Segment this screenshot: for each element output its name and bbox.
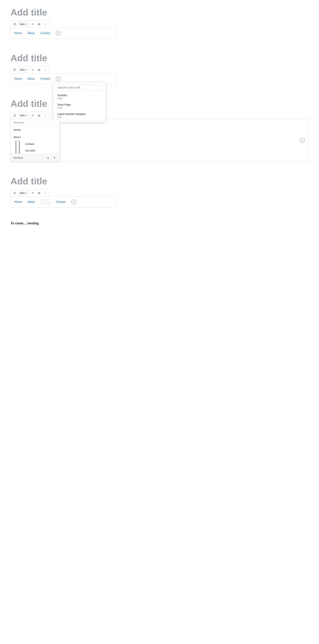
section2-nav-preview: Home About Contact + Portfolio Page Team…: [10, 73, 116, 84]
hamburger-icon-3[interactable]: ☰: [12, 112, 17, 118]
nav-link-about-2[interactable]: About: [27, 77, 35, 80]
nav-panel-sub-group: Contact Our pets: [16, 141, 60, 154]
url-search-input[interactable]: [55, 84, 103, 90]
menu-label-2: Main: [20, 68, 25, 71]
section3-toolbar: ☰ Main ▼ ≡ ⊞ ⋮: [10, 112, 49, 119]
nav-link-about[interactable]: About: [27, 32, 35, 35]
nav-add-button-4[interactable]: +: [71, 200, 76, 204]
nav-panel-item-contact[interactable]: Contact: [19, 141, 60, 147]
section4-toolbar: ☰ Main ▼ ≡ ⊞ ⋮: [10, 189, 49, 196]
nav-panel: Navigation Home About Contact Our pets S…: [10, 119, 60, 162]
move-up-button[interactable]: ▲: [46, 155, 50, 160]
dropdown-item-hamster[interactable]: Latest hamster bargains Post: [55, 111, 103, 120]
hamster-type: Post: [57, 116, 101, 118]
hamster-title: Latest hamster bargains: [57, 112, 101, 116]
grid-icon-2[interactable]: ⊞: [36, 67, 42, 72]
dropdown-item-team-page[interactable]: Team Page Page: [55, 101, 103, 111]
section3-nav-preview: +: [60, 119, 309, 162]
section-1: Add title ☰ Main ▼ ≡ ⊞ ⋮ Home About Cont…: [10, 7, 309, 38]
hamburger-icon[interactable]: ☰: [12, 21, 17, 27]
nav-link-contact-2[interactable]: Contact: [40, 77, 50, 80]
menu-select[interactable]: Main ▼: [18, 22, 29, 26]
portfolio-type: Page: [57, 97, 101, 100]
nav-panel-header: Navigation: [11, 119, 60, 126]
nav-link-home-2[interactable]: Home: [14, 77, 22, 80]
section-2: Add title ☰ Main ▼ ≡ ⊞ ⋮ Home About Cont…: [10, 53, 309, 84]
menu-select-2[interactable]: Main ▼: [18, 68, 29, 72]
nav-add-button-2[interactable]: +: [56, 76, 61, 81]
move-down-button[interactable]: ▼: [52, 155, 57, 160]
more-icon-4[interactable]: ⋮: [42, 190, 48, 196]
nav-prev-button[interactable]: ‹: [40, 200, 45, 204]
more-icon-3[interactable]: ⋮: [42, 112, 48, 118]
hamburger-icon-2[interactable]: ☰: [12, 67, 17, 72]
section4-nav-preview: Home About ‹ › Contact +: [10, 196, 116, 208]
nav-panel-item-home[interactable]: Home: [11, 126, 60, 134]
section2-toolbar: ☰ Main ▼ ≡ ⊞ ⋮: [10, 66, 49, 73]
nav-link-home[interactable]: Home: [14, 32, 22, 35]
dropdown-arrow-icon-4: ▼: [26, 192, 27, 194]
section4-title: Add title: [10, 176, 309, 186]
nav-add-button-3[interactable]: +: [300, 138, 305, 143]
to-come-text: To come… nesting: [10, 222, 309, 225]
section-4: Add title ☰ Main ▼ ≡ ⊞ ⋮ Home About ‹ › …: [10, 176, 309, 208]
nav-link-about-4[interactable]: About: [27, 200, 35, 204]
services-label: Services: [13, 156, 23, 159]
list-icon-3[interactable]: ≡: [30, 112, 35, 118]
dropdown-arrow-icon-3: ▼: [26, 114, 27, 116]
nav-link-contact-4[interactable]: Contact: [56, 200, 66, 204]
menu-label-4: Main: [20, 192, 25, 194]
more-icon-2[interactable]: ⋮: [42, 67, 48, 72]
grid-icon-4[interactable]: ⊞: [36, 190, 42, 196]
nav-panel-footer: Services ▲ ▼: [11, 154, 60, 162]
list-icon-4[interactable]: ≡: [30, 190, 35, 196]
nav-panel-item-ourpets[interactable]: Our pets: [19, 147, 60, 154]
dropdown-arrow-icon-2: ▼: [26, 69, 27, 71]
nav-arrows: ‹ ›: [40, 200, 50, 204]
team-page-type: Page: [57, 106, 101, 109]
dropdown-item-portfolio[interactable]: Portfolio Page: [55, 92, 103, 101]
dropdown-arrow-icon: ▼: [26, 23, 27, 25]
footer-section: To come… nesting: [10, 222, 309, 225]
list-icon-2[interactable]: ≡: [30, 67, 35, 72]
section1-nav-preview: Home About Contact +: [10, 28, 116, 38]
section1-title: Add title: [10, 7, 309, 18]
nav-panel-item-about[interactable]: About: [11, 134, 60, 141]
nav-add-button[interactable]: +: [56, 31, 61, 36]
list-icon[interactable]: ≡: [30, 21, 35, 27]
nav-next-button[interactable]: ›: [46, 200, 50, 204]
nav-link-contact[interactable]: Contact: [40, 32, 50, 35]
portfolio-title: Portfolio: [57, 94, 101, 97]
url-dropdown-popup: Portfolio Page Team Page Page Latest ham…: [53, 82, 106, 122]
more-icon[interactable]: ⋮: [42, 21, 48, 27]
menu-label: Main: [20, 23, 25, 26]
menu-select-3[interactable]: Main ▼: [18, 113, 29, 118]
team-page-title: Team Page: [57, 103, 101, 106]
menu-label-3: Main: [20, 114, 25, 117]
section3-content: Navigation Home About Contact Our pets S…: [10, 119, 309, 162]
grid-icon-3[interactable]: ⊞: [36, 112, 42, 118]
hamburger-icon-4[interactable]: ☰: [12, 190, 17, 196]
nav-panel-reorder-btns: ▲ ▼: [46, 155, 57, 160]
section2-title: Add title: [10, 53, 309, 63]
grid-icon[interactable]: ⊞: [36, 21, 42, 27]
section1-toolbar: ☰ Main ▼ ≡ ⊞ ⋮: [10, 20, 49, 28]
nav-link-home-4[interactable]: Home: [14, 200, 22, 204]
menu-select-4[interactable]: Main ▼: [18, 191, 29, 195]
